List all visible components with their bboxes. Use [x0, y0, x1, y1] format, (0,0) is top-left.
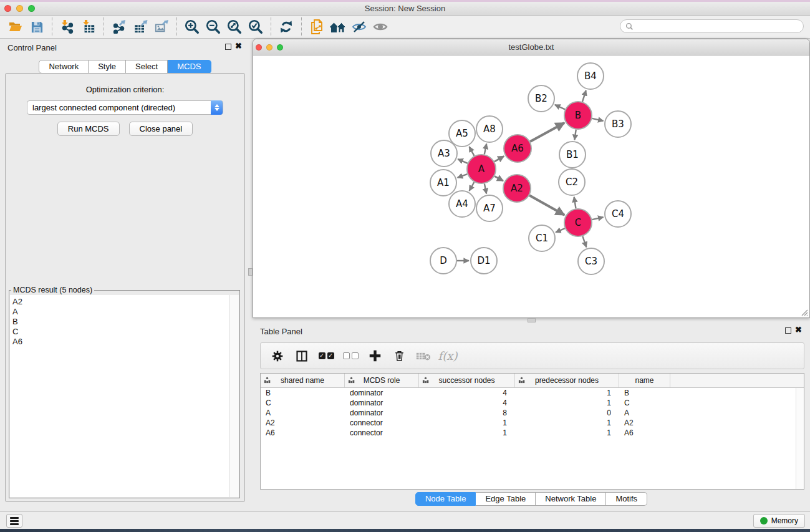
table-cell[interactable]: B: [261, 388, 345, 398]
result-item[interactable]: A: [12, 307, 239, 317]
table-cell[interactable]: A: [619, 408, 670, 418]
create-column-button[interactable]: [365, 347, 384, 365]
graph-edge-A-A8[interactable]: [485, 144, 486, 155]
graph-edge-B-B2[interactable]: [555, 105, 565, 109]
graph-edge-B-B1[interactable]: [574, 130, 576, 140]
table-cell[interactable]: B: [619, 388, 670, 398]
table-cell[interactable]: 1: [419, 428, 515, 438]
graph-edge-A-A5[interactable]: [469, 147, 474, 156]
zoom-selected-button[interactable]: [245, 17, 266, 36]
run-mcds-button[interactable]: Run MCDS: [57, 122, 120, 136]
column-header-predecessor-nodes[interactable]: predecessor nodes: [515, 374, 619, 387]
graph-edge-A2-C[interactable]: [529, 195, 564, 215]
close-panel-icon[interactable]: ✖: [795, 325, 802, 334]
open-session-button[interactable]: [5, 17, 26, 36]
graph-edge-A-A4[interactable]: [470, 182, 475, 191]
float-panel-icon[interactable]: [785, 327, 791, 334]
table-tab-network-table[interactable]: Network Table: [536, 492, 606, 506]
graph-edge-C-C2[interactable]: [574, 197, 576, 209]
table-cell[interactable]: A: [261, 408, 345, 418]
float-panel-icon[interactable]: [225, 44, 231, 50]
search-input[interactable]: [634, 22, 803, 31]
table-cell[interactable]: A6: [619, 428, 670, 438]
table-cell[interactable]: 1: [515, 428, 619, 438]
table-cell[interactable]: 8: [419, 408, 515, 418]
table-settings-button[interactable]: [268, 347, 287, 365]
save-session-button[interactable]: [26, 17, 47, 36]
result-item[interactable]: C: [12, 327, 239, 337]
deselect-all-button[interactable]: [341, 347, 360, 365]
table-cell[interactable]: 4: [419, 388, 515, 398]
graph-edge-A-A3[interactable]: [458, 159, 468, 163]
result-item[interactable]: A2: [12, 297, 239, 307]
control-panel-tab-style[interactable]: Style: [89, 60, 126, 74]
task-history-button[interactable]: [6, 514, 22, 528]
zoom-fit-button[interactable]: [224, 17, 245, 36]
table-cell[interactable]: dominator: [345, 398, 419, 408]
clone-network-button[interactable]: [306, 17, 327, 36]
close-panel-icon[interactable]: ✖: [235, 41, 242, 51]
optimization-dropdown[interactable]: largest connected component (directed): [27, 100, 223, 115]
search-field[interactable]: [620, 19, 804, 33]
close-panel-button[interactable]: Close panel: [129, 122, 193, 136]
export-network-button[interactable]: [108, 17, 130, 36]
resize-grip-icon[interactable]: [800, 308, 808, 316]
table-tab-node-table[interactable]: Node Table: [415, 492, 476, 506]
table-row[interactable]: A2connector11A2: [261, 418, 804, 428]
table-cell[interactable]: dominator: [345, 408, 419, 418]
control-panel-tab-network[interactable]: Network: [39, 60, 89, 74]
show-all-button[interactable]: [370, 17, 391, 36]
result-item[interactable]: A6: [12, 337, 239, 347]
export-image-button[interactable]: [151, 17, 172, 36]
result-item[interactable]: B: [12, 317, 239, 327]
zoom-in-button[interactable]: [181, 17, 203, 36]
zoom-out-button[interactable]: [203, 17, 224, 36]
import-network-button[interactable]: [57, 17, 78, 36]
table-cell[interactable]: A2: [619, 418, 670, 428]
table-cell[interactable]: A6: [261, 428, 345, 438]
dropdown-stepper-icon[interactable]: [211, 100, 223, 115]
network-canvas[interactable]: AA1A2A3A4A5A6A7A8BB1B2B3B4CC1C2C3C4DD1: [253, 56, 809, 317]
table-cell[interactable]: 1: [419, 418, 515, 428]
show-column-button[interactable]: [292, 347, 311, 365]
export-table-button[interactable]: [130, 17, 151, 36]
select-all-button[interactable]: ✓ ✓: [317, 347, 335, 365]
horizontal-splitter-handle[interactable]: [528, 318, 536, 322]
table-cell[interactable]: dominator: [345, 388, 419, 398]
import-table-button[interactable]: [78, 17, 99, 36]
graph-edge-C-C1[interactable]: [556, 228, 565, 232]
table-row[interactable]: Bdominator41B: [261, 388, 804, 398]
table-row[interactable]: Adominator80A: [261, 408, 804, 418]
hide-unhide-button[interactable]: [349, 17, 370, 36]
table-cell[interactable]: 0: [515, 408, 619, 418]
table-cell[interactable]: 1: [515, 398, 619, 408]
table-cell[interactable]: A2: [261, 418, 345, 428]
graph-edge-A-A2[interactable]: [494, 176, 503, 181]
mcds-result-list[interactable]: A2ABCA6: [10, 295, 239, 497]
table-cell[interactable]: 1: [515, 418, 619, 428]
column-header-successor-nodes[interactable]: successor nodes: [419, 374, 515, 387]
graph-edge-B-B3[interactable]: [592, 118, 603, 121]
table-tab-edge-table[interactable]: Edge Table: [476, 492, 536, 506]
column-header-MCDS-role[interactable]: MCDS role: [345, 374, 419, 387]
table-row[interactable]: A6connector11A6: [261, 428, 804, 438]
apply-layout-button[interactable]: [276, 17, 297, 36]
table-cell[interactable]: C: [619, 398, 670, 408]
column-header-name[interactable]: name: [619, 374, 670, 387]
table-cell[interactable]: 4: [419, 398, 515, 408]
cybrowser-home-button[interactable]: [327, 17, 349, 36]
memory-button[interactable]: Memory: [753, 514, 805, 528]
table-row[interactable]: Cdominator41C: [261, 398, 804, 408]
table-tab-motifs[interactable]: Motifs: [606, 492, 647, 506]
table-scrollbar[interactable]: [796, 388, 804, 489]
control-panel-tab-select[interactable]: Select: [126, 60, 168, 74]
graph-edge-B-B4[interactable]: [582, 90, 586, 102]
result-scrollbar[interactable]: [229, 295, 239, 497]
graph-edge-A-A7[interactable]: [485, 184, 486, 194]
graph-edge-A-A6[interactable]: [494, 156, 504, 162]
control-panel-tab-mcds[interactable]: MCDS: [168, 60, 211, 74]
table-cell[interactable]: C: [261, 398, 345, 408]
column-header-shared-name[interactable]: shared name: [261, 374, 345, 387]
graph-edge-C-C3[interactable]: [582, 236, 586, 247]
vertical-splitter-handle[interactable]: [248, 268, 253, 276]
